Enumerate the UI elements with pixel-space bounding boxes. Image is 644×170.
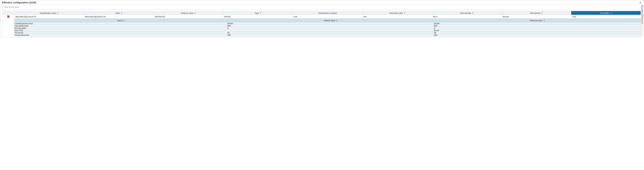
detail-table: Name Default value Effective value	[14, 18, 641, 36]
expander-cell	[2, 15, 14, 18]
sort-icon	[336, 20, 338, 21]
detail-cell-effective: 200	[434, 34, 640, 36]
main-table-header-row: Rule/Monitor name Class Instance name Ty…	[2, 11, 641, 15]
cell-class: Microsoft.SQLServer.20	[84, 15, 154, 18]
col-type[interactable]: Type	[223, 11, 293, 15]
detail-cell-effective: 95	[434, 32, 640, 34]
sort-icon	[194, 12, 196, 14]
panel-body: Rule/Monitor name Class Instance name Ty…	[0, 5, 644, 37]
col-expander-header	[2, 11, 14, 15]
detail-col-effective[interactable]: Effective value	[434, 18, 640, 22]
cell-instance-name: INSTANCE1	[154, 15, 223, 18]
scrollbar-thumb[interactable]	[641, 5, 643, 24]
detail-data-row: NumSamples66	[14, 27, 641, 29]
svg-point-0	[8, 16, 9, 17]
detail-cell-default: 95	[227, 32, 434, 34]
detail-cell-effective: 00:18	[434, 29, 640, 32]
sort-icon	[124, 20, 125, 21]
cell-rule-monitor-enabled: true	[293, 15, 362, 18]
detail-data-row: TimeoutSeconds200200	[14, 34, 641, 36]
col-alert-severity[interactable]: Alert severity	[432, 11, 502, 15]
detail-cell-name: TimeoutSeconds	[14, 34, 228, 36]
sort-icon	[404, 12, 405, 14]
cell-rule-monitor-name: Microsoft.SQLServer.20	[14, 15, 84, 18]
col-alert-priority[interactable]: Alert priority	[502, 11, 571, 15]
cell-alert-severity: Error	[432, 15, 502, 18]
detail-data-row: IntervalSeconds300300	[14, 25, 641, 27]
detail-cell-effective: 6	[434, 27, 640, 29]
col-generates-alert[interactable]: Generates alert	[362, 11, 432, 15]
col-overridden[interactable]: Overridden	[571, 11, 641, 15]
sort-icon	[472, 12, 474, 14]
main-table: Rule/Monitor name Class Instance name Ty…	[2, 11, 641, 36]
detail-header-row: Name Default value Effective value	[14, 18, 641, 22]
detail-cell-default: 6	[227, 27, 434, 29]
detail-cell-name: CacheExpirationTime	[14, 22, 228, 25]
col-class[interactable]: Class	[84, 11, 154, 15]
detail-cell-name: IntervalSeconds	[14, 25, 228, 27]
vertical-scrollbar[interactable]	[641, 5, 643, 36]
filter-input[interactable]	[2, 5, 641, 9]
detail-cell-effective: 43200	[434, 22, 640, 25]
row-expander-button[interactable]	[7, 15, 10, 18]
cell-alert-priority: Normal	[502, 15, 571, 18]
col-rule-monitor-enabled[interactable]: Rule/Monitor enabled	[293, 11, 362, 15]
detail-cell-effective: 300	[434, 25, 640, 27]
detail-col-name[interactable]: Name	[14, 18, 228, 22]
cell-overridden: True	[571, 15, 641, 18]
detail-cell-default: 300	[227, 25, 434, 27]
cell-generates-alert: true	[362, 15, 432, 18]
sort-icon	[542, 12, 543, 14]
detail-row: Name Default value Effective value	[2, 18, 641, 36]
detail-cell-default: 200	[227, 34, 434, 36]
refresh-button[interactable]	[639, 1, 642, 4]
col-instance-name[interactable]: Instance name	[154, 11, 223, 15]
effective-configuration-panel: Effective configuration (1215) Rule/Moni…	[0, 0, 644, 37]
detail-data-row: SyncTime00:18	[14, 29, 641, 32]
sort-desc-icon	[611, 12, 612, 13]
col-rule-monitor-name[interactable]: Rule/Monitor name	[14, 11, 84, 15]
sort-icon	[260, 12, 261, 14]
refresh-icon	[639, 1, 642, 4]
detail-data-row: CacheExpirationTime4320043200	[14, 22, 641, 25]
detail-cell-name: Threshold	[14, 32, 228, 34]
detail-cell-name: NumSamples	[14, 27, 228, 29]
sort-icon	[544, 20, 545, 21]
detail-col-default[interactable]: Default value	[227, 18, 434, 22]
detail-data-row: Threshold9595	[14, 32, 641, 34]
panel-title: Effective configuration (1215)	[2, 1, 36, 4]
sort-icon	[57, 12, 58, 14]
detail-cell-name: SyncTime	[14, 29, 228, 32]
panel-header: Effective configuration (1215)	[0, 0, 644, 5]
detail-cell-default: 43200	[227, 22, 434, 25]
cell-type: Monitor	[223, 15, 293, 18]
chevron-down-circle-icon	[8, 16, 9, 17]
table-row[interactable]: Microsoft.SQLServer.20 Microsoft.SQLServ…	[2, 15, 641, 18]
sort-icon	[121, 12, 122, 14]
detail-cell-default	[227, 29, 434, 32]
